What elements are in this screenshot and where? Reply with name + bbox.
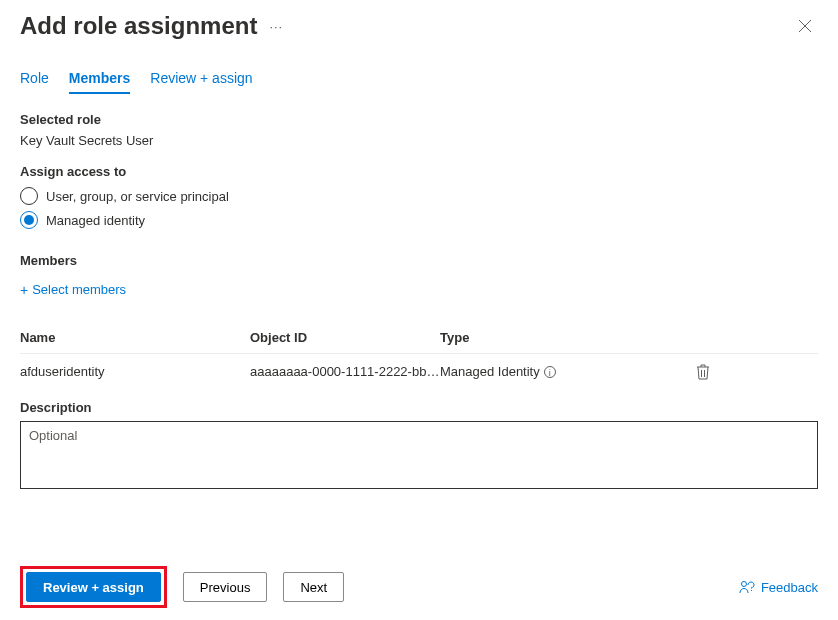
svg-point-1 <box>751 590 752 591</box>
radio-icon <box>20 187 38 205</box>
member-name: afduseridentity <box>20 364 250 379</box>
select-members-link[interactable]: + Select members <box>20 282 126 297</box>
feedback-link[interactable]: Feedback <box>739 579 818 595</box>
info-icon[interactable]: i <box>544 366 556 378</box>
radio-icon <box>20 211 38 229</box>
radio-label: User, group, or service principal <box>46 189 229 204</box>
members-label: Members <box>20 253 818 268</box>
tab-role[interactable]: Role <box>20 70 49 94</box>
col-type: Type <box>440 330 660 345</box>
close-icon[interactable] <box>792 13 818 39</box>
radio-label: Managed identity <box>46 213 145 228</box>
selected-role-label: Selected role <box>20 112 818 127</box>
more-icon[interactable]: ··· <box>269 19 283 34</box>
next-button[interactable]: Next <box>283 572 344 602</box>
member-type: Managed Identity <box>440 364 540 379</box>
previous-button[interactable]: Previous <box>183 572 268 602</box>
radio-managed-identity[interactable]: Managed identity <box>20 211 818 229</box>
svg-point-0 <box>741 582 746 587</box>
radio-user-group-sp[interactable]: User, group, or service principal <box>20 187 818 205</box>
review-assign-button[interactable]: Review + assign <box>26 572 161 602</box>
description-label: Description <box>20 400 818 415</box>
members-table-header: Name Object ID Type <box>20 322 818 354</box>
description-input[interactable] <box>20 421 818 489</box>
person-icon <box>739 579 755 595</box>
delete-member-icon[interactable] <box>696 364 720 380</box>
feedback-text: Feedback <box>761 580 818 595</box>
tab-members[interactable]: Members <box>69 70 130 94</box>
col-object-id: Object ID <box>250 330 440 345</box>
table-row: afduseridentity aaaaaaaa-0000-1111-2222-… <box>20 354 818 392</box>
page-title: Add role assignment <box>20 12 257 40</box>
member-object-id: aaaaaaaa-0000-1111-2222-bb… <box>250 364 440 379</box>
plus-icon: + <box>20 283 28 297</box>
select-members-text: Select members <box>32 282 126 297</box>
tab-review-assign[interactable]: Review + assign <box>150 70 252 94</box>
highlight-frame: Review + assign <box>20 566 167 608</box>
col-name: Name <box>20 330 250 345</box>
assign-access-label: Assign access to <box>20 164 818 179</box>
selected-role-value: Key Vault Secrets User <box>20 133 818 148</box>
